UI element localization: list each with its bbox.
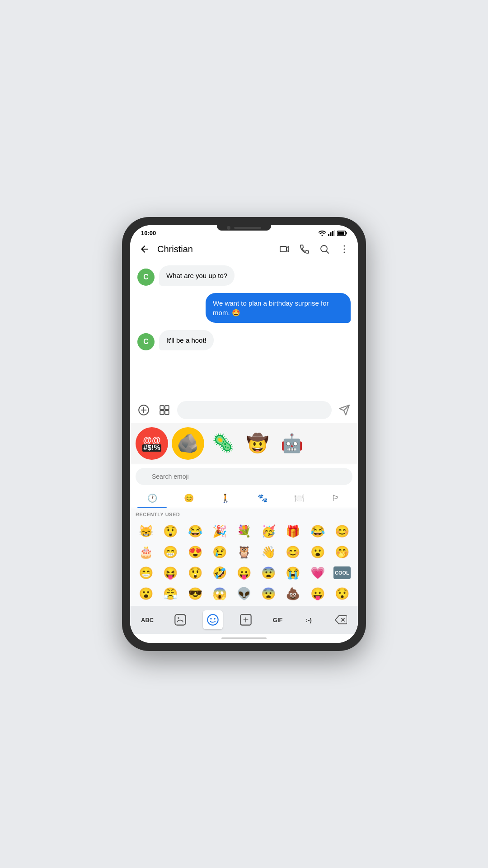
emoji-cell[interactable]: 🤭 — [330, 542, 354, 562]
more-options-button[interactable] — [338, 243, 351, 255]
signal-icon — [328, 230, 335, 236]
svg-point-20 — [208, 614, 218, 625]
cool-badge-cell[interactable]: COOL — [330, 562, 354, 583]
emoji-keyboard: 🔍 🕐 😊 🚶 🐾 🍽️ 🏳 RECENTLY USED 😸 😲 — [130, 464, 358, 634]
svg-point-10 — [344, 245, 345, 247]
sticker-row: @@ #$!% 🪨 🦠 🤠 🤖 — [130, 423, 358, 464]
emoji-cell[interactable]: 👋 — [256, 542, 281, 562]
sticker-item[interactable]: 🪨 — [172, 427, 204, 460]
emoji-cell[interactable]: 😂 — [183, 521, 207, 542]
contact-name: Christian — [157, 244, 273, 255]
emoji-cell[interactable]: 😤 — [158, 583, 183, 604]
video-call-button[interactable] — [278, 243, 291, 255]
sticker-item[interactable]: 🦠 — [208, 428, 239, 459]
tab-objects[interactable]: 🏳 — [318, 489, 354, 508]
status-time: 10:00 — [141, 230, 156, 236]
emoji-cell[interactable]: 💐 — [232, 521, 256, 542]
message-row: C What are you up to? — [137, 265, 351, 286]
phone-frame: 10:00 — [122, 217, 366, 651]
delete-button[interactable] — [331, 610, 351, 629]
abc-button[interactable]: ABC — [137, 610, 157, 629]
phone-screen: 10:00 — [130, 225, 358, 643]
input-area — [130, 397, 358, 423]
message-bubble: We want to plan a birthday surprise for … — [206, 293, 351, 323]
emoji-cell[interactable]: 🦉 — [232, 542, 256, 562]
emoji-cell[interactable]: 😢 — [207, 542, 232, 562]
emoji-cell[interactable]: 😱 — [207, 583, 232, 604]
message-row: C It'll be a hoot! — [137, 330, 351, 350]
emoticon-button[interactable]: :-) — [300, 610, 318, 629]
avatar: C — [137, 333, 155, 350]
add-button[interactable] — [136, 402, 152, 418]
svg-point-19 — [178, 617, 179, 619]
emoji-cell[interactable]: 😲 — [183, 562, 207, 583]
emoji-search-bar: 🔍 — [130, 464, 358, 489]
emoji-cell[interactable]: 🎉 — [207, 521, 232, 542]
emoji-search-input[interactable] — [136, 468, 352, 485]
emoji-cell[interactable]: 😊 — [281, 542, 305, 562]
emoji-cell[interactable]: 💗 — [305, 562, 330, 583]
emoji-cell[interactable]: 🎂 — [134, 542, 158, 562]
sticker-item[interactable]: @@ #$!% — [136, 427, 168, 460]
emoji-cell[interactable]: 😁 — [134, 562, 158, 583]
tab-smileys[interactable]: 😊 — [170, 489, 207, 508]
send-button[interactable] — [336, 402, 352, 418]
emoji-cell[interactable]: 😂 — [305, 521, 330, 542]
emoji-cell[interactable]: 😨 — [256, 583, 281, 604]
svg-rect-1 — [328, 234, 329, 236]
tab-animals[interactable]: 🐾 — [244, 489, 281, 508]
emoji-cell[interactable]: 😊 — [330, 521, 354, 542]
emoji-button[interactable] — [203, 610, 223, 629]
cool-badge: COOL — [333, 566, 351, 579]
wifi-icon — [318, 230, 326, 236]
svg-point-9 — [321, 245, 327, 252]
emoji-cell[interactable]: 😮 — [134, 583, 158, 604]
svg-rect-15 — [165, 406, 169, 410]
emoji-cell[interactable]: 💩 — [281, 583, 305, 604]
emoji-cell[interactable]: 🎁 — [281, 521, 305, 542]
emoji-cell[interactable]: 😛 — [232, 562, 256, 583]
tab-food[interactable]: 🍽️ — [281, 489, 317, 508]
emoji-cell[interactable]: 😯 — [330, 583, 354, 604]
message-bubble: It'll be a hoot! — [159, 330, 214, 350]
tab-recent[interactable]: 🕐 — [134, 489, 170, 508]
sticker-item[interactable]: 🤠 — [242, 428, 273, 459]
sticker-button[interactable] — [170, 610, 190, 629]
home-indicator — [221, 637, 267, 639]
svg-point-22 — [214, 618, 216, 620]
svg-rect-2 — [330, 232, 332, 236]
message-row: We want to plan a birthday surprise for … — [137, 293, 351, 323]
emoji-cell[interactable]: 😭 — [281, 562, 305, 583]
svg-point-0 — [322, 235, 323, 236]
tab-people[interactable]: 🚶 — [207, 489, 244, 508]
svg-point-12 — [344, 252, 345, 253]
gif-button[interactable]: GIF — [269, 610, 287, 629]
avatar: C — [137, 269, 155, 286]
svg-rect-16 — [160, 410, 164, 415]
emoji-cell[interactable]: 👽 — [232, 583, 256, 604]
actions-button[interactable] — [236, 610, 256, 629]
emoji-cell[interactable]: 😮 — [305, 542, 330, 562]
gallery-button[interactable] — [156, 402, 173, 418]
camera-dot — [227, 226, 230, 230]
emoji-cell[interactable]: 🥳 — [256, 521, 281, 542]
emoji-cell[interactable]: 😲 — [158, 521, 183, 542]
back-button[interactable] — [137, 242, 152, 256]
emoji-cell[interactable]: 😛 — [305, 583, 330, 604]
emoji-cell[interactable]: 😍 — [183, 542, 207, 562]
svg-rect-8 — [280, 246, 286, 252]
svg-rect-3 — [332, 231, 333, 236]
emoji-cell[interactable]: 🤣 — [207, 562, 232, 583]
phone-call-button[interactable] — [298, 243, 311, 255]
message-input[interactable] — [177, 401, 332, 419]
emoji-cell[interactable]: 😝 — [158, 562, 183, 583]
search-button[interactable] — [318, 243, 331, 255]
emoji-cell[interactable]: 😎 — [183, 583, 207, 604]
emoji-cell[interactable]: 😨 — [256, 562, 281, 583]
phone-notch — [217, 225, 271, 231]
sticker-item[interactable]: 🤖 — [277, 428, 307, 459]
svg-rect-4 — [334, 230, 336, 236]
emoji-cell[interactable]: 😁 — [158, 542, 183, 562]
notch-bar — [234, 227, 261, 229]
emoji-cell[interactable]: 😸 — [134, 521, 158, 542]
